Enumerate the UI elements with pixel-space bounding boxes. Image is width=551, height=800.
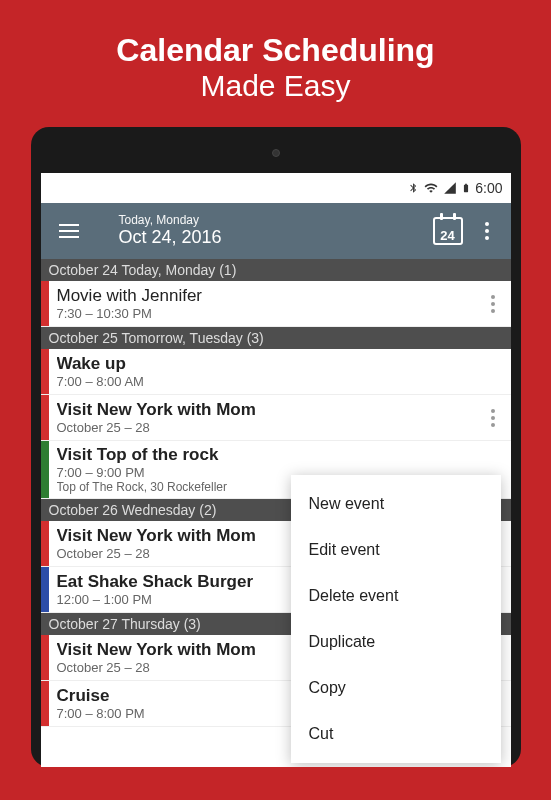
promo-title: Calendar Scheduling Made Easy: [0, 0, 551, 127]
screen: 6:00 Today, Monday Oct 24, 2016 24 Octob…: [41, 173, 511, 767]
color-bar: [41, 567, 49, 612]
tablet-camera: [272, 149, 280, 157]
menu-duplicate[interactable]: Duplicate: [291, 619, 501, 665]
color-bar: [41, 441, 49, 498]
event-time: 7:30 – 10:30 PM: [57, 306, 467, 321]
header-subtitle: Today, Monday: [119, 213, 433, 227]
status-bar: 6:00: [41, 173, 511, 203]
calendar-today-icon[interactable]: 24: [433, 217, 463, 245]
overflow-icon[interactable]: [479, 218, 495, 244]
signal-icon: [443, 181, 457, 195]
battery-icon: [461, 180, 471, 196]
section-header: October 24 Today, Monday (1): [41, 259, 511, 281]
event-row[interactable]: Movie with Jennifer 7:30 – 10:30 PM: [41, 281, 511, 327]
section-header: October 25 Tomorrow, Tuesday (3): [41, 327, 511, 349]
event-title: Wake up: [57, 354, 503, 374]
menu-icon[interactable]: [49, 224, 89, 238]
promo-line2: Made Easy: [20, 69, 531, 103]
event-content: Wake up 7:00 – 8:00 AM: [49, 349, 511, 394]
menu-delete-event[interactable]: Delete event: [291, 573, 501, 619]
color-bar: [41, 521, 49, 566]
event-row[interactable]: Wake up 7:00 – 8:00 AM: [41, 349, 511, 395]
color-bar: [41, 349, 49, 394]
tablet-frame: 6:00 Today, Monday Oct 24, 2016 24 Octob…: [31, 127, 521, 767]
promo-line1: Calendar Scheduling: [20, 32, 531, 69]
header-title[interactable]: Today, Monday Oct 24, 2016: [89, 213, 433, 249]
event-content: Movie with Jennifer 7:30 – 10:30 PM: [49, 281, 475, 326]
event-title: Visit New York with Mom: [57, 400, 467, 420]
event-content: Visit New York with Mom October 25 – 28: [49, 395, 475, 440]
menu-edit-event[interactable]: Edit event: [291, 527, 501, 573]
color-bar: [41, 395, 49, 440]
color-bar: [41, 681, 49, 726]
header-actions: 24: [433, 217, 503, 245]
context-menu: New event Edit event Delete event Duplic…: [291, 475, 501, 763]
status-time: 6:00: [475, 180, 502, 196]
event-time: October 25 – 28: [57, 420, 467, 435]
wifi-icon: [423, 181, 439, 195]
event-overflow-icon[interactable]: [485, 405, 501, 431]
event-title: Movie with Jennifer: [57, 286, 467, 306]
color-bar: [41, 635, 49, 680]
event-row[interactable]: Visit New York with Mom October 25 – 28: [41, 395, 511, 441]
header-date: Oct 24, 2016: [119, 227, 433, 249]
app-header: Today, Monday Oct 24, 2016 24: [41, 203, 511, 259]
menu-cut[interactable]: Cut: [291, 711, 501, 757]
event-overflow-icon[interactable]: [485, 291, 501, 317]
event-title: Visit Top of the rock: [57, 445, 503, 465]
bluetooth-icon: [408, 180, 419, 196]
menu-copy[interactable]: Copy: [291, 665, 501, 711]
event-time: 7:00 – 8:00 AM: [57, 374, 503, 389]
menu-new-event[interactable]: New event: [291, 481, 501, 527]
color-bar: [41, 281, 49, 326]
